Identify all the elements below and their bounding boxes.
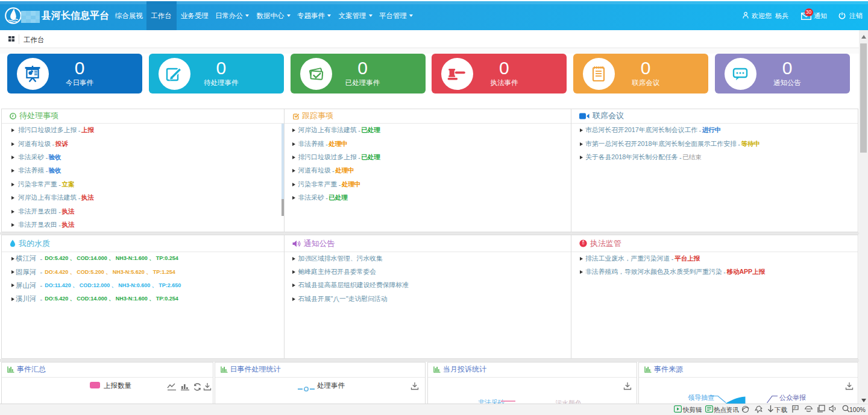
svg-text:P: P [794, 406, 796, 410]
